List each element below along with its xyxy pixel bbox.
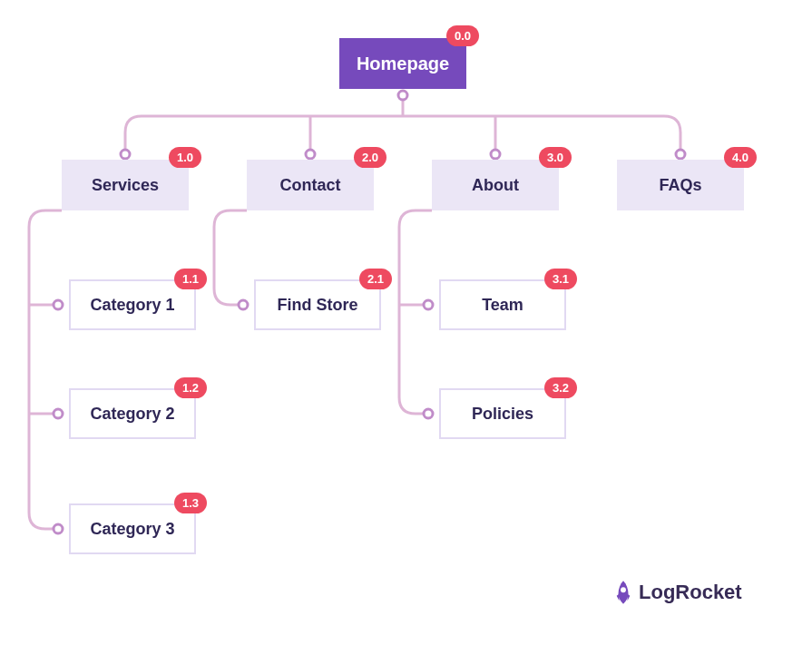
node-about: About 3.0 xyxy=(432,160,559,210)
node-label: Category 1 xyxy=(90,296,174,315)
svg-point-10 xyxy=(676,150,685,159)
svg-point-11 xyxy=(54,300,63,309)
node-homepage: Homepage 0.0 xyxy=(339,38,466,89)
node-badge: 3.2 xyxy=(544,377,577,398)
node-label: Services xyxy=(92,176,159,195)
node-label: Category 3 xyxy=(90,520,174,539)
node-find-store: Find Store 2.1 xyxy=(254,279,381,330)
node-policies: Policies 3.2 xyxy=(439,388,566,439)
node-badge: 1.1 xyxy=(174,269,207,289)
node-label: Find Store xyxy=(278,296,358,315)
node-badge: 1.2 xyxy=(174,377,207,398)
node-category-3: Category 3 1.3 xyxy=(69,503,196,554)
svg-point-17 xyxy=(621,587,626,592)
node-services: Services 1.0 xyxy=(62,160,189,210)
svg-point-8 xyxy=(306,150,315,159)
svg-point-9 xyxy=(491,150,500,159)
node-label: About xyxy=(472,176,519,195)
svg-point-7 xyxy=(121,150,130,159)
svg-point-6 xyxy=(398,91,407,100)
node-label: Team xyxy=(482,296,523,315)
node-badge: 4.0 xyxy=(724,147,757,168)
node-faqs: FAQs 4.0 xyxy=(617,160,744,210)
node-label: Policies xyxy=(472,405,533,424)
svg-point-12 xyxy=(54,409,63,418)
rocket-icon xyxy=(613,581,633,604)
node-badge: 0.0 xyxy=(446,25,479,46)
logrocket-logo: LogRocket xyxy=(613,581,742,604)
node-label: Contact xyxy=(280,176,341,195)
node-badge: 2.1 xyxy=(359,269,392,289)
node-label: Homepage xyxy=(357,54,449,74)
node-badge: 3.0 xyxy=(539,147,572,168)
svg-point-15 xyxy=(424,300,433,309)
node-category-1: Category 1 1.1 xyxy=(69,279,196,330)
node-label: Category 2 xyxy=(90,405,174,424)
node-badge: 1.0 xyxy=(169,147,201,168)
node-badge: 3.1 xyxy=(544,269,577,289)
logo-text: LogRocket xyxy=(639,581,742,604)
svg-point-16 xyxy=(424,409,433,418)
node-badge: 2.0 xyxy=(354,147,386,168)
node-badge: 1.3 xyxy=(174,493,207,513)
svg-point-13 xyxy=(54,524,63,533)
node-team: Team 3.1 xyxy=(439,279,566,330)
svg-point-14 xyxy=(239,300,248,309)
node-category-2: Category 2 1.2 xyxy=(69,388,196,439)
node-label: FAQs xyxy=(659,176,701,195)
node-contact: Contact 2.0 xyxy=(247,160,374,210)
